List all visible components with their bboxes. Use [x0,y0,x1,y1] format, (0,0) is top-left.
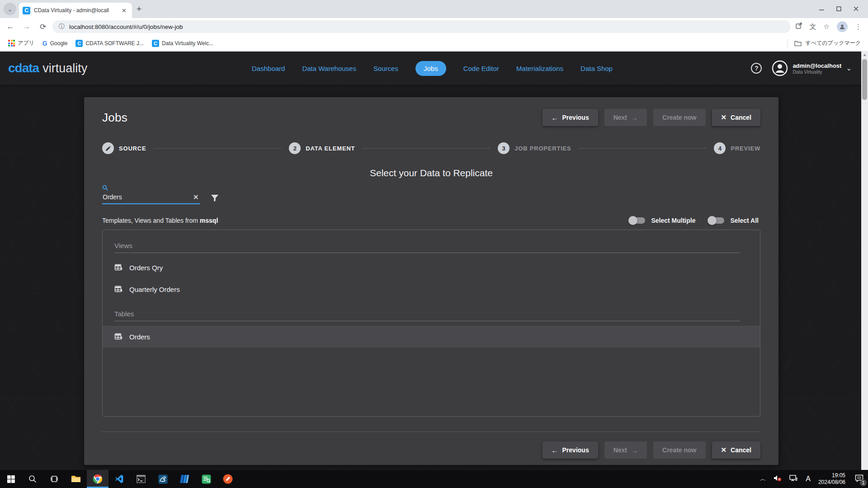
pgadmin-button[interactable] [152,470,174,488]
bookmark-star-icon[interactable]: ☆ [824,23,830,31]
item-label: Quarterly Orders [129,286,180,293]
bookmark-google[interactable]: G Google [42,40,68,47]
step-source[interactable]: SOURCE [102,142,146,154]
share-icon[interactable] [795,22,802,31]
create-now-label: Create now [662,446,696,454]
google-g-icon: G [42,40,47,47]
all-bookmarks-button[interactable]: すべてのブックマーク [788,39,868,48]
window-close-button[interactable] [854,6,859,12]
tab-search-button[interactable]: ⌄ [4,3,16,15]
editor-app-button[interactable] [217,470,239,488]
create-now-button[interactable]: Create now [653,109,705,126]
bookmark-apps[interactable]: アプリ [8,39,34,47]
terminal-button[interactable] [130,470,152,488]
list-item-orders-qry[interactable]: Orders Qry [103,257,760,278]
bookmark-label: Google [50,40,68,47]
volume-muted-icon[interactable] [774,474,782,483]
reload-icon[interactable]: ⟳ [37,21,49,33]
cancel-button-bottom[interactable]: ✕ Cancel [712,441,761,459]
next-button-bottom[interactable]: Next → [604,441,647,459]
vscode-button[interactable] [108,470,130,488]
window-maximize-button[interactable] [836,6,842,12]
logo-virtuality-text: virtuality [42,61,87,75]
taskbar-search-button[interactable] [22,470,43,488]
action-center-button[interactable]: 1 [855,474,863,484]
forward-icon[interactable]: → [21,21,33,33]
previous-label: Previous [562,114,589,121]
all-bookmarks-label: すべてのブックマーク [805,39,861,47]
nav-code-editor[interactable]: Code Editor [463,65,499,72]
chrome-menu-icon[interactable]: ⋮ [855,23,862,31]
step-job-properties[interactable]: 3 JOB PROPERTIES [498,142,571,154]
vscode-icon [115,474,124,483]
cancel-label: Cancel [731,114,751,121]
previous-button[interactable]: ← Previous [542,109,598,126]
step-data-element[interactable]: 2 DATA ELEMENT [289,142,355,154]
source-name: mssql [200,217,218,224]
task-view-button[interactable] [43,470,65,488]
nav-sources[interactable]: Sources [373,65,398,72]
step-preview[interactable]: 4 PREVIEW [714,142,760,154]
browser-toolbar: ← → ⟳ ⓘ localhost:8080/account/#/u/0/job… [0,18,868,35]
bookmark-dv-welcome[interactable]: C Data Virtuality Welc... [152,40,213,47]
nav-data-shop[interactable]: Data Shop [580,65,613,72]
log-viewer-button[interactable] [195,470,217,488]
page-scrollbar[interactable]: ▲ [861,52,868,470]
step-label: DATA ELEMENT [306,145,355,152]
tab-close-icon[interactable]: ✕ [120,7,128,14]
layers-app-button[interactable] [174,470,195,488]
taskbar-clock[interactable]: 19:05 2024/08/06 [818,472,845,486]
select-data-heading: Select your Data to Replicate [102,168,760,178]
select-all-toggle[interactable]: Select All [709,217,759,224]
previous-button-bottom[interactable]: ← Previous [542,441,598,459]
bookmark-cdata-software[interactable]: C CDATA SOFTWARE J... [75,40,143,47]
help-icon[interactable]: ? [751,63,762,74]
main-nav: Dashboard Data Warehouses Sources Jobs C… [252,61,613,76]
chevron-down-icon: ⌄ [846,64,852,72]
start-button[interactable] [0,470,22,488]
ime-mode-indicator[interactable]: A [806,475,811,483]
file-explorer-button[interactable] [65,470,87,488]
tray-expand-icon[interactable]: ︿ [760,475,766,483]
window-minimize-button[interactable] [819,6,825,12]
browser-tabstrip: ⌄ C CData Virtuality - admin@locall ✕ + [0,0,868,18]
bookmark-label: CDATA SOFTWARE J... [85,40,143,47]
cdata-favicon-icon: C [75,40,83,47]
nav-jobs[interactable]: Jobs [415,61,446,76]
list-item-quarterly-orders[interactable]: Quarterly Orders [103,278,760,300]
clock-time: 19:05 [818,472,845,479]
step-label: PREVIEW [731,145,760,152]
network-icon[interactable] [789,474,798,483]
previous-label: Previous [562,446,589,454]
user-name: admin@localhost [793,62,841,69]
nav-materializations[interactable]: Materializations [516,65,563,72]
browser-profile-icon[interactable] [837,21,848,32]
nav-data-warehouses[interactable]: Data Warehouses [302,65,356,72]
list-item-orders[interactable]: Orders [103,326,760,347]
next-button[interactable]: Next → [604,109,647,126]
cdata-virtuality-logo[interactable]: cdata virtuality [8,61,144,75]
step-number: 4 [714,142,726,154]
nav-dashboard[interactable]: Dashboard [252,65,285,72]
user-menu[interactable]: admin@localhost Data Virtuality ⌄ [772,60,852,76]
translate-icon[interactable]: 文 [810,23,816,31]
clear-search-icon[interactable]: ✕ [193,194,199,201]
step-label: JOB PROPERTIES [514,145,571,152]
browser-tab[interactable]: C CData Virtuality - admin@locall ✕ [19,3,132,18]
back-icon[interactable]: ← [5,21,16,33]
select-multiple-toggle[interactable]: Select Multiple [630,217,695,224]
chrome-taskbar-button[interactable] [87,470,108,488]
wizard-top-actions: ← Previous Next → Create now ✕ Cancel [542,109,760,126]
site-info-icon[interactable]: ⓘ [59,23,65,31]
url-text[interactable]: localhost:8080/account/#/u/0/jobs/new-jo… [69,23,183,30]
stepper-connector [153,148,282,149]
address-bar[interactable]: ⓘ localhost:8080/account/#/u/0/jobs/new-… [52,20,791,33]
search-input[interactable] [102,192,200,204]
filter-icon[interactable] [211,194,219,202]
cancel-button[interactable]: ✕ Cancel [712,109,761,126]
scrollbar-thumb[interactable] [862,59,867,100]
notification-badge: 1 [860,479,867,486]
create-now-button-bottom[interactable]: Create now [653,441,705,459]
scroll-up-icon[interactable]: ▲ [861,52,868,58]
new-tab-button[interactable]: + [137,4,142,14]
